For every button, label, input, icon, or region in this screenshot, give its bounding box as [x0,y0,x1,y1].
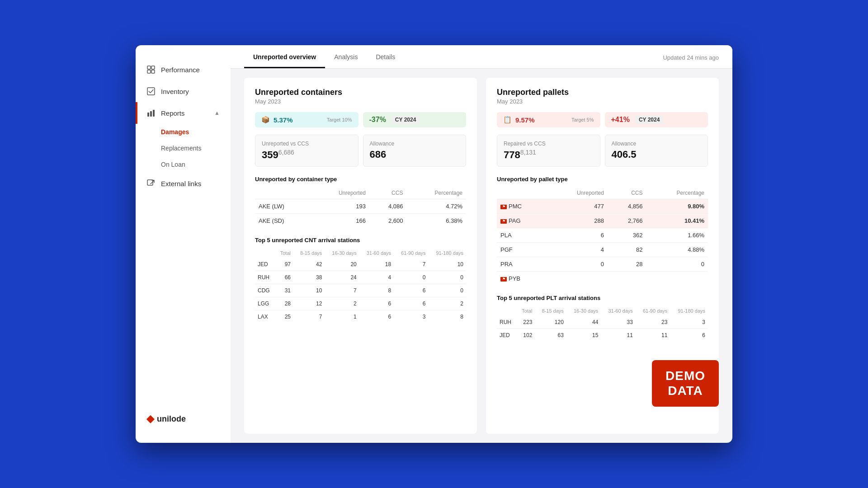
pallets-metric-row: 📋 9.57% Target 5% +41% CY 2024 [497,112,708,127]
chevron-up-icon: ▲ [214,110,220,116]
type-col-header [255,187,311,199]
pallet-unreported: 0 [547,257,608,272]
pallet-unreported [547,272,608,286]
pallet-type: PRA [497,257,547,272]
repaired-value: 7788,131 [504,149,594,161]
containers-title: Unreported containers [255,88,466,97]
pallet-pct: 9.80% [646,199,708,214]
station: JED [255,258,275,271]
sidebar-subitem-onloan[interactable]: On Loan [136,156,231,173]
pallet-pct: 0 [646,257,708,272]
pallets-stats-row: Repaired vs CCS 7788,131 Allowance 406.5 [497,135,708,167]
sidebar-subitem-damages[interactable]: Damages [136,124,231,140]
pallet-pct: 4.88% [646,243,708,257]
sidebar: Performance Inventory [136,45,231,443]
tab-analysis[interactable]: Analysis [325,45,367,68]
containers-pct-badge: 📦 5.37% Target 10% [255,112,359,127]
tabs-list: Unreported overview Analysis Details [244,45,404,68]
pallets-type-table: Unreported CCS Percentage ⚑PMC 477 4,856… [497,187,708,286]
pallet-ccs-col: CCS [608,187,646,199]
allowance-box: Allowance 686 [363,135,467,167]
top5-plt-title: Top 5 unreported PLT arrival stations [497,295,708,301]
pallets-allowance-label: Allowance [612,141,702,147]
table-row: PRA 0 28 0 [497,257,708,272]
pallets-subtitle: May 2023 [497,98,708,105]
top5-cnt-title: Top 5 unreported CNT arrival stations [255,237,466,244]
pallet-icon: 📋 [503,116,512,124]
station-col [497,306,517,316]
pallet-ccs: 28 [608,257,646,272]
active-indicator [136,102,137,124]
pallet-type: ⚑PMC [497,199,547,214]
containers-target: Target 10% [327,117,352,122]
list-item: RUH 223 120 44 33 23 3 [497,316,708,329]
pallet-type: PGF [497,243,547,257]
tab-details[interactable]: Details [367,45,404,68]
pallets-target: Target 5% [571,117,594,122]
station: RUH [255,271,275,284]
table-row: PLA 6 362 1.66% [497,228,708,243]
svg-rect-0 [147,66,151,69]
tabs-header: Unreported overview Analysis Details Upd… [231,45,732,69]
svg-rect-2 [147,70,151,73]
logo-icon: ◆ [146,413,154,425]
flag-icon: ⚑ [500,219,507,224]
pallet-type-col [497,187,547,199]
svg-rect-7 [153,110,155,117]
unreported-vs-ccs-label: Unreported vs CCS [262,141,352,147]
external-icon [146,179,156,188]
station: JED [497,329,517,342]
containers-type-table: Unreported CCS Percentage AKE (LW) 193 4… [255,187,466,228]
days-col-3: 16-30 days [325,248,359,258]
days-col-2: 8-15 days [293,248,325,258]
replacements-label: Replacements [161,145,202,152]
pallet-pct: 1.66% [646,228,708,243]
pallet-type: ⚑PYB [497,272,547,286]
pallets-cy-value: +41% [611,116,630,124]
svg-rect-1 [151,66,155,69]
containers-stats-row: Unreported vs CCS 3596,686 Allowance 686 [255,135,466,167]
sidebar-item-performance[interactable]: Performance [136,59,231,80]
list-item: LAX 25 7 1 6 3 8 [255,310,466,324]
sidebar-item-inventory[interactable]: Inventory [136,80,231,102]
unreported-col-header: Unreported [311,187,369,199]
days-col-5: 61-90 days [394,248,428,258]
pallet-pct-col: Percentage [646,187,708,199]
logo-text: unilode [157,414,186,424]
sidebar-item-reports[interactable]: Reports ▲ [136,102,231,124]
days-col-6: 91-180 days [670,306,708,316]
container-ccs: 4,086 [369,199,406,214]
table-row: AKE (LW) 193 4,086 4.72% [255,199,466,214]
container-type: AKE (LW) [255,199,311,214]
tab-unreported-overview[interactable]: Unreported overview [244,45,325,68]
onloan-label: On Loan [161,161,185,168]
containers-cy-badge: -37% CY 2024 [363,112,467,127]
svg-rect-6 [150,111,152,117]
container-icon: 📦 [261,116,270,124]
list-item: JED 97 42 20 18 7 10 [255,258,466,271]
flag-icon: ⚑ [500,205,507,209]
pallet-ccs [608,272,646,286]
pallet-unreported: 4 [547,243,608,257]
table-row: ⚑PYB [497,272,708,286]
container-type: AKE (SD) [255,214,311,228]
grid-icon [146,65,156,74]
sidebar-item-external[interactable]: External links [136,173,231,194]
repaired-vs-ccs-box: Repaired vs CCS 7788,131 [497,135,600,167]
days-col-2: 8-15 days [535,306,566,316]
table-row: AKE (SD) 166 2,600 6.38% [255,214,466,228]
containers-metric-row: 📦 5.37% Target 10% -37% CY 2024 [255,112,466,127]
containers-pct-value: 5.37% [274,116,293,124]
sidebar-subitem-replacements[interactable]: Replacements [136,140,231,156]
containers-cy-value: -37% [369,116,386,124]
damages-label: Damages [161,128,189,136]
svg-rect-5 [147,113,149,117]
sidebar-label-reports: Reports [161,109,185,117]
pallets-pct-badge: 📋 9.57% Target 5% [497,112,600,127]
pallets-by-type-title: Unreported by pallet type [497,176,708,183]
list-item: JED 102 63 15 11 11 6 [497,329,708,342]
repaired-total: 8,131 [520,149,536,156]
sidebar-logo: ◆ unilode [136,404,231,434]
days-col-1: Total [275,248,293,258]
pallets-cy-label: CY 2024 [635,116,663,124]
